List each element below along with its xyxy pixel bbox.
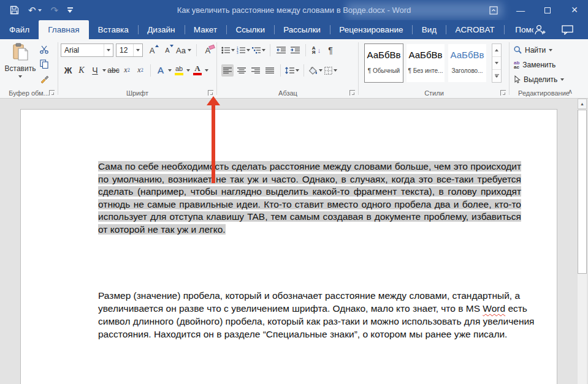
selected-paragraph[interactable]: Сама по себе необходимость сделать расст…	[98, 160, 521, 236]
mini-separator	[196, 44, 197, 56]
shading-button[interactable]	[308, 64, 323, 77]
tab-layout[interactable]: Макет	[185, 20, 226, 39]
tab-references[interactable]: Ссылки	[226, 20, 274, 39]
scrollbar-thumb[interactable]	[578, 110, 587, 274]
font-size-combo[interactable]: 12	[116, 43, 143, 57]
select-label: Выделить	[524, 75, 557, 84]
underline-button[interactable]: Ч	[89, 64, 101, 77]
bold-button[interactable]: Ж	[62, 64, 74, 77]
styles-gallery-more-button[interactable]	[492, 70, 501, 82]
tab-home[interactable]: Главная	[39, 20, 88, 39]
font-name-combo[interactable]: Arial	[61, 43, 113, 57]
font-name-dropdown[interactable]	[104, 44, 113, 56]
text-effects-button[interactable]: А	[155, 64, 167, 77]
change-case-letters: Aa	[176, 46, 186, 55]
copy-button[interactable]	[38, 59, 50, 69]
format-painter-button[interactable]	[38, 73, 50, 84]
tab-design[interactable]: Дизайн	[138, 20, 184, 39]
styles-scroll-down-button[interactable]	[492, 57, 501, 70]
vertical-scrollbar[interactable]: ▲	[578, 99, 587, 384]
tab-insert[interactable]: Вставка	[89, 20, 138, 39]
customize-qat-button[interactable]	[67, 7, 73, 13]
undo-button[interactable]: ↶	[28, 6, 42, 15]
paste-button[interactable]: Вставить	[4, 43, 36, 87]
collapse-ribbon-icon: ∧	[568, 88, 573, 95]
tab-file[interactable]: Файл	[0, 20, 39, 39]
clipboard-dialog-launcher[interactable]	[49, 90, 55, 96]
minimize-button[interactable]: —	[507, 0, 534, 20]
group-label-font: Шрифт	[58, 89, 216, 97]
style-name: Заголово...	[448, 67, 486, 74]
superscript-button[interactable]: x2	[134, 64, 147, 77]
select-caret[interactable]	[560, 78, 564, 81]
align-right-button[interactable]	[250, 64, 262, 77]
tab-acrobat[interactable]: ACROBAT	[446, 20, 504, 39]
bullets-button[interactable]	[221, 44, 235, 56]
styles-dialog-launcher[interactable]	[500, 90, 506, 96]
justify-button[interactable]	[264, 64, 276, 77]
italic-button[interactable]: К	[75, 64, 88, 77]
show-paragraph-marks-button[interactable]: ¶	[324, 44, 337, 56]
borders-button[interactable]	[324, 64, 337, 77]
comment-icon[interactable]	[562, 25, 573, 35]
font-color-button[interactable]: А	[191, 64, 204, 77]
decrease-indent-button[interactable]	[275, 44, 287, 56]
document-page[interactable]	[20, 109, 557, 384]
redo-button[interactable]: ↷	[51, 6, 59, 15]
undo-dropdown-caret[interactable]	[38, 9, 42, 12]
numbering-button[interactable]: 1 2 3	[237, 44, 250, 56]
font-size-dropdown[interactable]	[133, 44, 142, 56]
text-highlight-button[interactable]: ab	[173, 64, 185, 77]
styles-scroll-up-button[interactable]	[492, 44, 501, 57]
maximize-button[interactable]	[534, 0, 561, 20]
align-left-button[interactable]	[221, 64, 234, 77]
tab-mailings[interactable]: Рассылки	[274, 20, 330, 39]
style-heading[interactable]: АаБбВв Заголово...	[448, 43, 487, 83]
clear-formatting-button[interactable]: А	[202, 44, 214, 57]
grow-font-button[interactable]: A	[145, 44, 159, 57]
text-highlight-caret[interactable]	[186, 69, 190, 72]
align-center-button[interactable]	[235, 64, 248, 77]
bullet-list-icon	[221, 47, 230, 54]
ribbon-display-options-button[interactable]	[480, 0, 507, 20]
second-paragraph[interactable]: Размер (значение) пробела, который и обо…	[98, 289, 535, 341]
font-dialog-launcher[interactable]	[208, 90, 213, 96]
shrink-font-button[interactable]: A	[161, 44, 174, 57]
format-painter-brush-icon	[40, 75, 49, 83]
tab-tell-me-helper[interactable]: Помощн	[504, 20, 533, 39]
paste-dropdown-caret[interactable]	[18, 75, 22, 78]
multilevel-list-button[interactable]	[252, 44, 265, 56]
tab-review[interactable]: Рецензирование	[330, 20, 412, 39]
subscript-button[interactable]: x2	[121, 64, 133, 77]
annotation-arrow-shaft	[212, 105, 215, 183]
strikethrough-button[interactable]: abc	[107, 64, 120, 77]
cut-button[interactable]	[38, 44, 50, 55]
align-left-icon	[223, 67, 232, 74]
save-button[interactable]	[10, 6, 19, 15]
replace-button[interactable]: ab ac Заменить	[514, 59, 564, 70]
collapse-ribbon-button[interactable]: ∧	[568, 88, 573, 96]
style-name: ¶ Обычный	[365, 67, 403, 74]
find-caret[interactable]	[549, 49, 552, 51]
paragraph-dialog-launcher[interactable]	[349, 90, 355, 96]
bullets-caret	[231, 49, 235, 51]
select-button[interactable]: Выделить	[514, 73, 564, 85]
font-color-icon: А	[193, 65, 202, 75]
close-button[interactable]: ×	[561, 0, 588, 20]
change-case-button[interactable]: Aa	[176, 44, 191, 57]
scrollbar-up-button[interactable]: ▲	[578, 99, 587, 109]
tab-view[interactable]: Вид	[413, 20, 446, 39]
text-effects-caret[interactable]	[168, 69, 172, 72]
font-color-caret[interactable]	[205, 69, 208, 72]
line-spacing-button[interactable]	[285, 64, 299, 77]
style-normal[interactable]: АаБбВв ¶ Обычный	[364, 43, 403, 83]
sort-button[interactable]: АЯ ↓	[310, 44, 323, 56]
scrollbar-up-icon: ▲	[580, 102, 584, 106]
find-button[interactable]: Найти	[514, 44, 564, 56]
style-preview: АаБбВв	[365, 50, 403, 60]
underline-caret[interactable]	[102, 69, 106, 72]
increase-indent-button[interactable]	[289, 44, 301, 56]
style-no-spacing[interactable]: АаБбВв ¶ Без инте...	[406, 43, 445, 83]
share-person-icon[interactable]	[533, 24, 546, 35]
font-name-value: Arial	[61, 46, 104, 55]
